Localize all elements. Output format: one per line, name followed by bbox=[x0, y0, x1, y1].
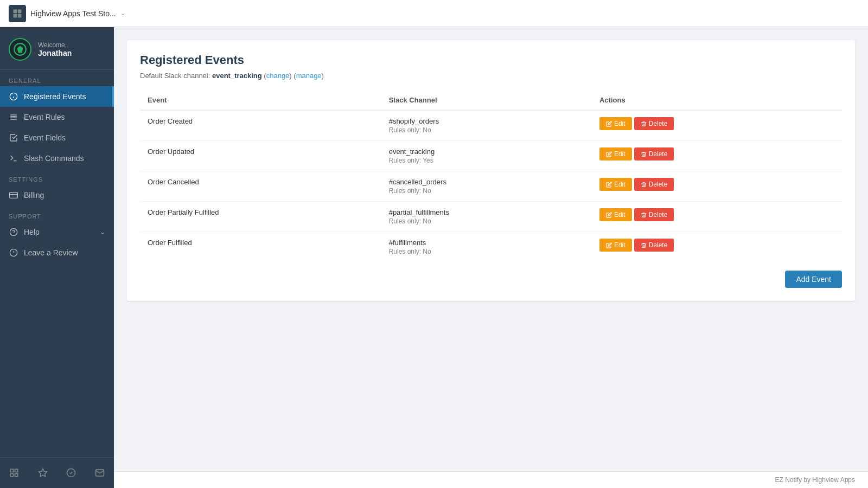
store-selector[interactable]: Highview Apps Test Sto... ⌄ bbox=[0, 0, 868, 27]
section-settings: SETTINGS bbox=[0, 169, 114, 185]
event-name: Order Partially Fulfilled bbox=[140, 202, 381, 232]
channel-info: #fulfillmentsRules only: No bbox=[381, 232, 592, 262]
action-buttons: Edit Delete bbox=[592, 110, 842, 141]
bottom-grid-icon[interactable] bbox=[4, 463, 24, 483]
default-channel-name: event_tracking bbox=[212, 72, 262, 80]
sidebar-item-registered-events[interactable]: Registered Events bbox=[0, 86, 114, 107]
event-name: Order Created bbox=[140, 110, 381, 141]
edit-button[interactable]: Edit bbox=[599, 117, 632, 130]
channel-info: #cancelled_ordersRules only: No bbox=[381, 171, 592, 202]
rules-only-label: Rules only: No bbox=[389, 126, 584, 134]
page-card: Registered Events Default Slack channel:… bbox=[127, 40, 855, 301]
edit-button[interactable]: Edit bbox=[599, 147, 632, 160]
sidebar: Welcome, Jonathan GENERAL Registered Eve… bbox=[0, 27, 114, 488]
svg-rect-4 bbox=[18, 14, 22, 17]
svg-rect-3 bbox=[14, 14, 17, 17]
billing-icon bbox=[9, 190, 18, 200]
sidebar-item-event-rules[interactable]: Event Rules bbox=[0, 107, 114, 127]
sidebar-item-billing[interactable]: Billing bbox=[0, 185, 114, 206]
channel-info: event_trackingRules only: Yes bbox=[381, 141, 592, 171]
sidebar-item-help[interactable]: Help ⌄ bbox=[0, 222, 114, 242]
review-icon bbox=[9, 248, 18, 258]
channel-name: #cancelled_orders bbox=[389, 178, 584, 186]
user-avatar bbox=[9, 38, 31, 61]
table-row: Order Updatedevent_trackingRules only: Y… bbox=[140, 141, 842, 171]
sidebar-item-label: Registered Events bbox=[24, 92, 86, 101]
table-row: Order Created#shopify_ordersRules only: … bbox=[140, 110, 842, 141]
bottom-star-icon[interactable] bbox=[33, 463, 53, 483]
action-buttons: Edit Delete bbox=[592, 232, 842, 262]
svg-rect-24 bbox=[15, 474, 18, 477]
channel-info: #shopify_ordersRules only: No bbox=[381, 110, 592, 141]
edit-button[interactable]: Edit bbox=[599, 208, 632, 221]
welcome-label: Welcome, bbox=[38, 41, 72, 49]
table-row: Order Cancelled#cancelled_ordersRules on… bbox=[140, 171, 842, 202]
table-row: Order Partially Fulfilled#partial_fulfil… bbox=[140, 202, 842, 232]
action-buttons: Edit Delete bbox=[592, 171, 842, 202]
delete-button[interactable]: Delete bbox=[634, 147, 674, 160]
sidebar-bottom-nav bbox=[0, 457, 114, 488]
change-link[interactable]: change bbox=[266, 72, 290, 80]
channel-name: #fulfillments bbox=[389, 239, 584, 247]
svg-rect-23 bbox=[11, 474, 14, 477]
sidebar-item-slash-commands[interactable]: Slash Commands bbox=[0, 148, 114, 169]
channel-name: event_tracking bbox=[389, 147, 584, 156]
sidebar-item-label: Event Fields bbox=[24, 133, 66, 142]
bottom-mail-icon[interactable] bbox=[90, 463, 110, 483]
user-name: Jonathan bbox=[38, 49, 72, 57]
svg-marker-25 bbox=[39, 469, 47, 477]
table-row: Order Fulfilled#fulfillmentsRules only: … bbox=[140, 232, 842, 262]
store-chevron-icon: ⌄ bbox=[120, 10, 125, 17]
delete-button[interactable]: Delete bbox=[634, 178, 674, 191]
delete-button[interactable]: Delete bbox=[634, 208, 674, 221]
info-icon bbox=[9, 92, 18, 101]
top-header: EZ Notify Highview Apps Test Sto... ⌄ bbox=[0, 0, 868, 27]
delete-button[interactable]: Delete bbox=[634, 239, 674, 252]
rules-only-label: Rules only: No bbox=[389, 248, 584, 255]
channel-name: #partial_fulfillments bbox=[389, 208, 584, 216]
sidebar-item-label: Slash Commands bbox=[24, 154, 84, 163]
edit-button[interactable]: Edit bbox=[599, 239, 632, 252]
default-channel-info: Default Slack channel: event_tracking (c… bbox=[140, 72, 842, 80]
svg-rect-1 bbox=[14, 9, 17, 13]
list-icon bbox=[9, 112, 18, 122]
rules-only-label: Rules only: Yes bbox=[389, 157, 584, 164]
add-event-row: Add Event bbox=[140, 271, 842, 288]
col-event: Event bbox=[140, 91, 381, 110]
sidebar-item-label: Billing bbox=[24, 191, 44, 200]
event-name: Order Fulfilled bbox=[140, 232, 381, 262]
delete-button[interactable]: Delete bbox=[634, 117, 674, 130]
channel-info: #partial_fulfillmentsRules only: No bbox=[381, 202, 592, 232]
col-actions: Actions bbox=[592, 91, 842, 110]
event-name: Order Cancelled bbox=[140, 171, 381, 202]
action-buttons: Edit Delete bbox=[592, 202, 842, 232]
manage-link[interactable]: manage bbox=[296, 72, 322, 80]
col-channel: Slack Channel bbox=[381, 91, 592, 110]
check-icon bbox=[9, 133, 18, 143]
page-title: Registered Events bbox=[140, 53, 842, 67]
user-text: Welcome, Jonathan bbox=[38, 41, 72, 57]
svg-rect-21 bbox=[11, 469, 14, 472]
sidebar-item-label: Help bbox=[24, 228, 40, 236]
section-general: GENERAL bbox=[0, 70, 114, 86]
sidebar-item-label: Event Rules bbox=[24, 113, 65, 121]
sidebar-item-event-fields[interactable]: Event Fields bbox=[0, 127, 114, 148]
chevron-down-icon: ⌄ bbox=[100, 228, 105, 236]
store-avatar-icon bbox=[9, 5, 26, 22]
main-content: Registered Events Default Slack channel:… bbox=[114, 27, 868, 488]
action-buttons: Edit Delete bbox=[592, 141, 842, 171]
edit-button[interactable]: Edit bbox=[599, 178, 632, 191]
section-support: SUPPORT bbox=[0, 206, 114, 222]
svg-rect-2 bbox=[18, 9, 22, 13]
svg-rect-22 bbox=[15, 469, 18, 472]
add-event-button[interactable]: Add Event bbox=[785, 271, 842, 288]
channel-name: #shopify_orders bbox=[389, 117, 584, 125]
footer-text: EZ Notify by Highview Apps bbox=[775, 476, 855, 484]
store-name: Highview Apps Test Sto... bbox=[30, 9, 116, 18]
event-name: Order Updated bbox=[140, 141, 381, 171]
sidebar-user: Welcome, Jonathan bbox=[0, 27, 114, 70]
terminal-icon bbox=[9, 153, 18, 163]
bottom-rocket-icon[interactable] bbox=[61, 463, 81, 483]
events-table: Event Slack Channel Actions Order Create… bbox=[140, 91, 842, 262]
sidebar-item-leave-review[interactable]: Leave a Review bbox=[0, 242, 114, 263]
